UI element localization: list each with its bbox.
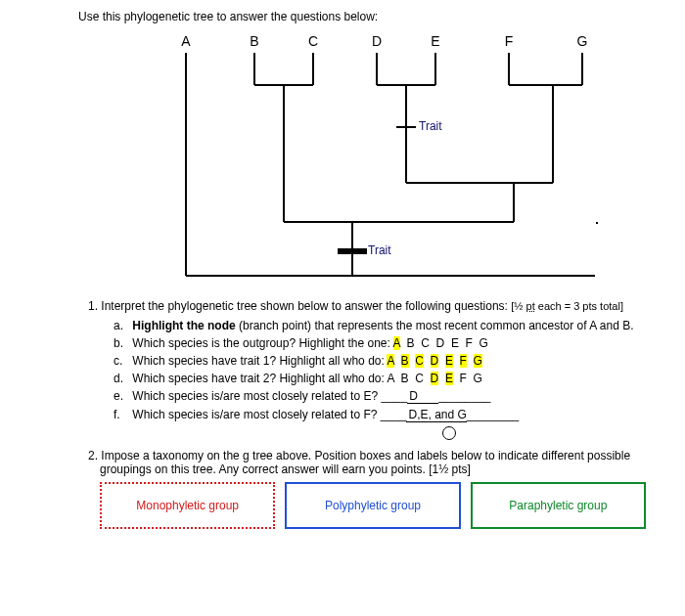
- option-B: B: [401, 354, 409, 368]
- q1b-letter: b.: [114, 336, 129, 350]
- q1-text: 1. Interpret the phylogenetic tree shown…: [88, 299, 511, 313]
- tree-svg: [166, 31, 636, 286]
- option-C: C: [415, 354, 424, 368]
- q1d-letter: d.: [114, 372, 129, 385]
- q2-line2: groupings on this tree. Any correct answ…: [100, 462, 471, 476]
- q1f-text: Which species is/are most closely relate…: [132, 408, 380, 421]
- option-F: F: [460, 372, 467, 385]
- q2-line1: 2. Impose a taxonomy on the g tree above…: [88, 449, 630, 462]
- option-A: A: [387, 354, 393, 368]
- q1e-blank1: ____: [381, 389, 407, 403]
- option-C: C: [421, 336, 430, 350]
- tip-f: F: [489, 33, 528, 49]
- q1c-opts: A B C D E F G: [387, 354, 481, 368]
- q1c-text: Which species have trait 1? Highlight al…: [132, 354, 387, 368]
- option-E: E: [445, 354, 453, 368]
- option-E: E: [451, 336, 459, 350]
- option-D: D: [431, 354, 439, 368]
- option-D: D: [431, 372, 439, 385]
- poly-label: Polyphyletic group: [325, 499, 421, 512]
- q1d-opts: A B C D E F G: [387, 372, 481, 385]
- q1b-text: Which species is the outgroup? Highlight…: [132, 336, 392, 350]
- option-A: A: [387, 372, 393, 385]
- q1b: b. Which species is the outgroup? Highli…: [114, 336, 656, 350]
- option-D: D: [436, 336, 445, 350]
- para-label: Paraphyletic group: [509, 499, 607, 512]
- q1e-blank2: ________: [438, 389, 490, 403]
- q1a: a. Highlight the node (branch point) tha…: [114, 319, 656, 332]
- q2-prompt: 2. Impose a taxonomy on the g tree above…: [88, 449, 646, 476]
- trait-label-upper: Trait: [419, 119, 442, 133]
- trait-label-lower: Trait: [368, 243, 391, 257]
- q1-prompt: 1. Interpret the phylogenetic tree shown…: [88, 299, 656, 313]
- q1d: d. Which species have trait 2? Highlight…: [114, 372, 656, 385]
- q1e-answer: D: [407, 389, 438, 404]
- q1d-text: Which species have trait 2? Highlight al…: [132, 372, 387, 385]
- tip-g: G: [563, 33, 602, 49]
- circle-mark-icon: [442, 426, 456, 440]
- option-F: F: [460, 354, 467, 368]
- q1-pts-pre: [½: [511, 300, 525, 312]
- option-A: A: [393, 336, 400, 350]
- tip-a: A: [166, 33, 206, 49]
- q1f-letter: f.: [114, 408, 129, 421]
- q1a-bold: Highlight the node: [132, 319, 235, 332]
- option-G: G: [480, 336, 488, 350]
- option-B: B: [401, 372, 409, 385]
- option-E: E: [445, 372, 453, 385]
- tip-c: C: [294, 33, 333, 49]
- q1c: c. Which species have trait 1? Highlight…: [114, 354, 656, 368]
- option-B: B: [407, 336, 415, 350]
- q1c-letter: c.: [114, 354, 129, 368]
- q1f-blank2: ________: [467, 408, 519, 421]
- q1f-answer: D,E, and G: [406, 408, 466, 422]
- q1b-opts: A B C D E F G: [393, 336, 488, 350]
- q1a-letter: a.: [114, 319, 129, 332]
- option-C: C: [415, 372, 424, 385]
- polyphyletic-box[interactable]: Polyphyletic group: [285, 482, 460, 529]
- q1-pts-word: pt: [526, 300, 535, 312]
- q1a-rest: (branch point) that represents the most …: [236, 319, 634, 332]
- tip-e: E: [416, 33, 455, 49]
- tip-d: D: [357, 33, 396, 49]
- mono-label: Monophyletic group: [136, 499, 239, 512]
- paraphyletic-box[interactable]: Paraphyletic group: [471, 482, 646, 529]
- q1e-text: Which species is/are most closely relate…: [132, 389, 381, 403]
- option-F: F: [466, 336, 473, 350]
- monophyletic-box[interactable]: Monophyletic group: [100, 482, 275, 529]
- intro-text: Use this phylogenetic tree to answer the…: [78, 10, 656, 23]
- q1f-blank1: ____: [381, 408, 407, 421]
- tip-b: B: [235, 33, 274, 49]
- q1e-letter: e.: [114, 389, 129, 403]
- option-G: G: [474, 372, 482, 385]
- q1-pts-suf: each = 3 pts total]: [535, 300, 623, 312]
- q1f: f. Which species is/are most closely rel…: [114, 408, 656, 439]
- option-G: G: [474, 354, 482, 368]
- q1e: e. Which species is/are most closely rel…: [114, 389, 656, 404]
- phylo-tree: A B C D E F G Trait Trait: [166, 31, 636, 286]
